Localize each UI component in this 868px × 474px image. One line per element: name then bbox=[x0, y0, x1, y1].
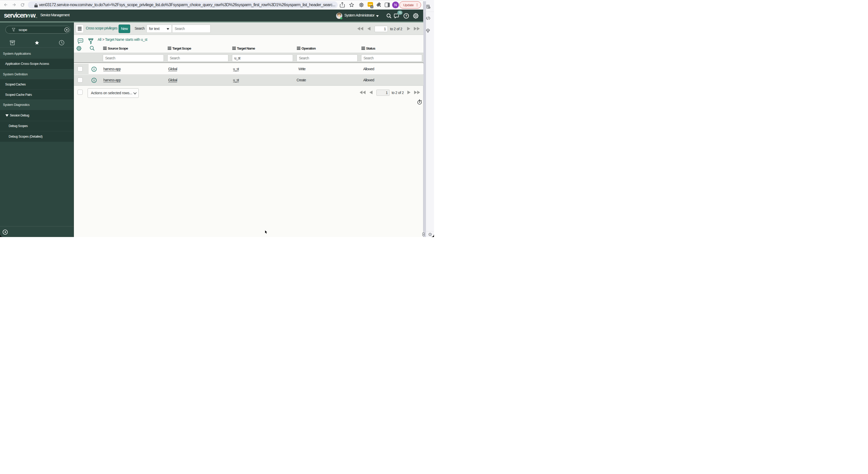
svg-text:?: ? bbox=[405, 14, 407, 18]
svg-text:?: ? bbox=[430, 233, 431, 236]
svg-text:3: 3 bbox=[371, 6, 373, 8]
